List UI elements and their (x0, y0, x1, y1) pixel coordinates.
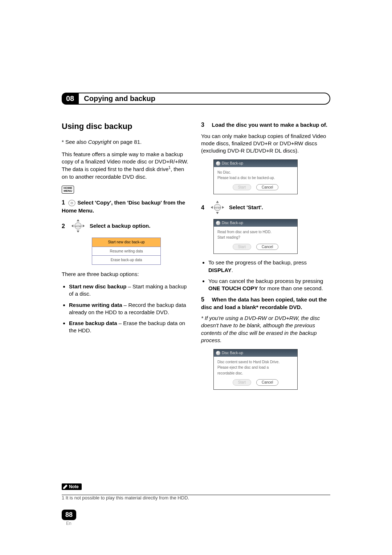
see-also: * See also Copyright on page 81. (62, 138, 191, 146)
svg-marker-5 (77, 231, 79, 233)
page-number-badge: 88 (62, 510, 76, 520)
note-badge: Note (62, 483, 82, 490)
list-item: Start new disc backup – Start making a b… (69, 283, 191, 298)
see-also-emph: Copyright (88, 139, 111, 145)
dialog-content-saved: Disc Back-up Disc content saved to Hard … (213, 349, 298, 390)
start-button[interactable]: Start (233, 379, 251, 386)
option-start-new[interactable]: Start new disc back-up (92, 238, 161, 247)
svg-marker-6 (72, 225, 74, 227)
dialog-body: Read from disc and save to HDD. Start re… (214, 227, 297, 254)
footnote-text: 1 It is not possible to play this materi… (62, 495, 330, 501)
step-2-text: Select a backup option. (90, 222, 151, 230)
pencil-icon (63, 485, 68, 489)
step-5: 5 When the data has been copied, take ou… (201, 296, 330, 311)
bullet-a-a: To see the progress of the backup, press (208, 259, 307, 266)
list-item: Resume writing data – Record the backup … (69, 301, 191, 316)
step-3-number: 3 (201, 122, 204, 128)
step-5-bold: When the data has been copied, take out … (201, 296, 327, 310)
dialog-title: Disc Back-up (222, 220, 243, 226)
disc-icon (216, 351, 220, 355)
step-5-note: * If you're using a DVD-RW or DVD+RW, th… (201, 315, 330, 344)
nav-enter-icon: ENTER (209, 199, 225, 215)
bullet-b-a: You can cancel the backup process by pre… (208, 278, 323, 284)
svg-marker-4 (77, 219, 79, 222)
step-4-row: 4 ENTER Select 'Start'. (201, 199, 330, 215)
left-column: Using disc backup * See also Copyright o… (62, 121, 191, 395)
svg-point-0 (69, 200, 75, 206)
cancel-button[interactable]: Cancel (256, 184, 278, 191)
start-button[interactable]: Start (233, 184, 251, 191)
step-2-row: 2 ENTER Select a backup option. (62, 218, 191, 234)
disc-icon (68, 199, 76, 207)
step-3-bold: Load the disc you want to make a backup … (212, 122, 327, 128)
dialog-start-reading: Disc Back-up Read from disc and save to … (213, 219, 298, 254)
dialog-body: No Disc. Please load a disc to be backed… (214, 167, 297, 194)
chapter-number-badge: 08 (62, 93, 78, 105)
disc-icon (216, 161, 220, 166)
three-options-intro: There are three backup options: (62, 271, 191, 278)
dialog-header: Disc Back-up (214, 219, 297, 227)
cancel-button[interactable]: Cancel (256, 379, 278, 386)
bullet-b-b: ONE TOUCH COPY (208, 285, 258, 291)
dialog-line: Read from disc and save to HDD. (217, 230, 294, 235)
list-item: You can cancel the backup process by pre… (208, 278, 330, 292)
manual-page: 08 Copying and backup Using disc backup … (0, 0, 392, 417)
intro-paragraph: This feature offers a simple way to make… (62, 151, 191, 181)
bullet-2-bold: Resume writing data (69, 302, 122, 308)
note-divider: 1 It is not possible to play this materi… (62, 495, 330, 501)
start-button[interactable]: Start (233, 244, 251, 250)
right-column: 3 Load the disc you want to make a backu… (201, 121, 330, 395)
bullet-1-bold: Start new disc backup (69, 283, 126, 289)
home-menu-badge-row: HOME MENU (62, 186, 191, 194)
step-3-para: You can only make backup copies of final… (201, 133, 330, 155)
dialog-title: Disc Back-up (222, 161, 243, 166)
svg-marker-12 (211, 206, 213, 209)
dialog-title: Disc Back-up (222, 351, 243, 356)
home-menu-icon: HOME MENU (62, 186, 74, 194)
svg-marker-13 (222, 206, 224, 209)
step-1-text: Select 'Copy', then 'Disc backup' from t… (62, 199, 185, 214)
dialog-body: Disc content saved to Hard Disk Drive. P… (214, 357, 297, 389)
step4-notes: To see the progress of the backup, press… (201, 259, 330, 292)
backup-options-menu: Start new disc back-up Resume writing da… (92, 238, 161, 265)
section-heading: Using disc backup (62, 121, 191, 132)
chapter-title-wrap: Copying and backup (78, 93, 330, 105)
svg-marker-7 (83, 225, 85, 227)
svg-text:ENTER: ENTER (75, 225, 82, 227)
cancel-button[interactable]: Cancel (256, 244, 278, 250)
step-1-number: 1 (62, 199, 65, 206)
dialog-header: Disc Back-up (214, 349, 297, 357)
see-also-prefix: * See also (62, 139, 88, 145)
dialog-line: recordable disc. (217, 371, 294, 376)
dialog-no-disc: Disc Back-up No Disc. Please load a disc… (213, 159, 298, 194)
step-1: 1 Select 'Copy', then 'Disc backup' from… (62, 199, 191, 214)
content-columns: Using disc backup * See also Copyright o… (62, 121, 330, 395)
step-4-number: 4 (201, 204, 204, 212)
dialog-line: Please load a disc to be backed-up. (217, 175, 294, 181)
note-label-text: Note (69, 484, 79, 489)
backup-options-list: Start new disc backup – Start making a b… (62, 283, 191, 335)
dialog-line: No Disc. (217, 170, 294, 175)
bullet-a-b: DISPLAY (208, 267, 232, 273)
bullet-b-c: for more than one second. (258, 285, 323, 291)
option-resume[interactable]: Resume writing data (92, 247, 161, 256)
step-4-text: Select 'Start'. (229, 204, 263, 211)
dialog-line: Please eject the disc and load a (217, 365, 294, 370)
step-2-number: 2 (62, 222, 65, 230)
step-5-number: 5 (201, 296, 204, 303)
see-also-suffix: on page 81. (111, 139, 142, 145)
bullet-a-c: . (232, 267, 233, 273)
list-item: Erase backup data – Erase the backup dat… (69, 320, 191, 335)
dialog-line: Disc content saved to Hard Disk Drive. (217, 360, 294, 365)
dialog-line: Start reading? (217, 235, 294, 240)
bullet-3-bold: Erase backup data (69, 320, 117, 326)
list-item: To see the progress of the backup, press… (208, 259, 330, 274)
svg-marker-10 (216, 201, 219, 203)
chapter-title: Copying and backup (84, 94, 155, 102)
chapter-header: 08 Copying and backup (62, 93, 330, 105)
svg-marker-11 (216, 212, 219, 214)
disc-icon (216, 221, 220, 225)
footnote-section: Note 1 It is not possible to play this m… (62, 488, 330, 501)
step-3: 3 Load the disc you want to make a backu… (201, 121, 330, 129)
option-erase[interactable]: Erase back-up data (92, 256, 161, 265)
